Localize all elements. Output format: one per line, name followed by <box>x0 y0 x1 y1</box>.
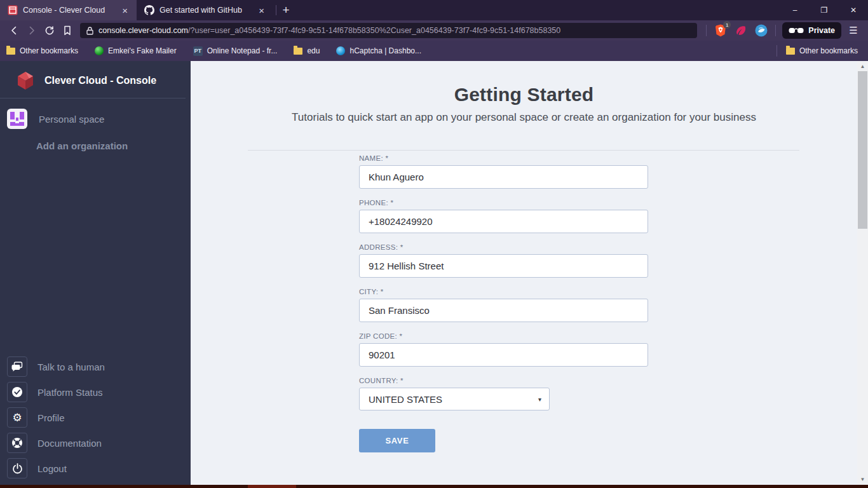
sidebar-item-label: Talk to a human <box>37 362 105 372</box>
chat-icon <box>7 356 27 377</box>
sidebar-footer: Talk to a human Platform Status ⚙ <box>0 356 191 484</box>
zip-field-group: ZIP CODE: * <box>359 332 648 367</box>
taskbar-highlight <box>248 485 296 488</box>
private-glasses-icon <box>789 27 804 34</box>
url-text: console.clever-cloud.com/?user=user_a045… <box>98 26 560 35</box>
pt-badge-icon: PT <box>193 46 203 56</box>
scroll-up-icon[interactable]: ▲ <box>857 62 868 71</box>
tab-close-icon[interactable]: × <box>119 5 130 16</box>
page-subtitle: Tutorials to quick start an app on your … <box>191 111 857 124</box>
brave-shields-button[interactable]: 1 <box>713 23 728 38</box>
phone-field-group: PHONE: * <box>359 199 648 233</box>
private-window-badge: Private <box>782 22 841 39</box>
back-arrow-icon <box>9 25 19 36</box>
close-button[interactable]: ✕ <box>839 0 868 20</box>
sidebar-item-label: Documentation <box>37 438 102 449</box>
extension-button[interactable] <box>754 23 769 38</box>
sidebar-item-profile[interactable]: ⚙ Profile <box>0 407 191 433</box>
save-button[interactable]: SAVE <box>359 429 435 452</box>
phone-label: PHONE: * <box>359 199 648 207</box>
sidebar-item-logout[interactable]: Logout <box>0 458 191 484</box>
folder-icon <box>6 48 15 55</box>
country-select[interactable]: UNITED STATES ▾ <box>359 388 550 410</box>
back-button[interactable] <box>5 22 23 39</box>
name-input[interactable] <box>359 165 648 189</box>
bookmark-label: Other bookmarks <box>20 46 78 55</box>
sidebar: Clever Cloud - Console Personal space Ad… <box>0 61 191 485</box>
clever-cloud-logo-icon <box>17 71 34 90</box>
reload-button[interactable] <box>41 22 58 39</box>
bookmark-hcaptcha[interactable]: hCaptcha | Dashbo... <box>336 46 421 55</box>
name-label: NAME: * <box>359 154 648 162</box>
docs-ring-icon <box>7 433 27 453</box>
bookmark-label: Online Notepad - fr... <box>207 46 278 55</box>
tab-strip: Console - Clever Cloud × Get started wit… <box>0 0 868 20</box>
phone-input[interactable] <box>359 210 648 233</box>
tab-clever-cloud[interactable]: Console - Clever Cloud × <box>0 0 137 20</box>
tab-close-icon[interactable]: × <box>256 5 267 16</box>
page-scrollbar[interactable]: ▲ ▼ <box>857 61 868 485</box>
bookmarks-separator <box>776 45 777 57</box>
scroll-down-icon[interactable]: ▼ <box>857 475 868 484</box>
new-tab-button[interactable]: + <box>276 0 295 20</box>
country-selected-value: UNITED STATES <box>369 394 442 405</box>
bookmark-emkei[interactable]: Emkei's Fake Mailer <box>95 46 177 55</box>
tab-github[interactable]: Get started with GitHub × <box>137 0 273 20</box>
folder-icon <box>294 48 302 55</box>
restore-button[interactable]: ❐ <box>810 0 839 20</box>
brave-rewards-button[interactable] <box>733 23 749 38</box>
rewards-leaf-icon <box>735 25 747 36</box>
blue-extension-icon <box>755 24 768 37</box>
profile-form: NAME: * PHONE: * ADDRESS: * CITY: * ZIP … <box>359 154 648 452</box>
status-check-icon <box>7 382 27 402</box>
private-label: Private <box>808 26 835 35</box>
bookmark-label: Other bookmarks <box>799 46 858 55</box>
forward-button[interactable] <box>23 22 41 39</box>
avatar-identicon <box>7 109 27 129</box>
globe-green-icon <box>95 46 104 55</box>
bookmark-ribbon-icon <box>63 25 72 36</box>
gear-icon: ⚙ <box>7 407 27 428</box>
zip-input[interactable] <box>359 343 648 367</box>
window-controls: – ❐ ✕ <box>780 0 868 20</box>
hcaptcha-icon <box>336 46 345 55</box>
tab-title: Get started with GitHub <box>159 6 251 15</box>
sidebar-header[interactable]: Clever Cloud - Console <box>0 61 191 98</box>
url-domain: console.clever-cloud.com <box>98 26 188 35</box>
sidebar-item-talk-to-a-human[interactable]: Talk to a human <box>0 356 191 382</box>
sidebar-item-label: Profile <box>37 412 65 423</box>
bookmark-edu[interactable]: edu <box>294 46 320 55</box>
folder-icon <box>786 48 795 55</box>
country-field-group: COUNTRY: * UNITED STATES ▾ <box>359 377 648 410</box>
sidebar-item-personal-space[interactable]: Personal space <box>0 98 191 129</box>
tab-title: Console - Clever Cloud <box>23 6 114 15</box>
main-panel: Getting Started Tutorials to quick start… <box>191 61 857 485</box>
page-content: Clever Cloud - Console Personal space Ad… <box>0 61 868 485</box>
power-icon <box>7 458 27 478</box>
gear-glyph: ⚙ <box>12 412 22 423</box>
sidebar-item-documentation[interactable]: Documentation <box>0 433 191 458</box>
bookmark-other-bookmarks[interactable]: Other bookmarks <box>6 46 78 55</box>
bookmarks-bar: Other bookmarks Emkei's Fake Mailer PT O… <box>0 41 868 61</box>
shields-count-badge: 1 <box>723 21 731 29</box>
city-label: CITY: * <box>359 288 648 295</box>
minimize-button[interactable]: – <box>780 0 810 20</box>
bookmark-online-notepad[interactable]: PT Online Notepad - fr... <box>193 46 278 56</box>
menu-button[interactable]: ☰ <box>844 25 863 36</box>
browser-toolbar: console.clever-cloud.com/?user=user_a045… <box>0 20 868 41</box>
bookmarks-button[interactable] <box>58 22 76 39</box>
bookmark-other-bookmarks-right[interactable]: Other bookmarks <box>786 46 858 55</box>
bookmark-label: edu <box>307 46 320 55</box>
sidebar-item-platform-status[interactable]: Platform Status <box>0 382 191 407</box>
city-input[interactable] <box>359 299 648 322</box>
sidebar-item-label: Logout <box>37 463 67 474</box>
url-path: /?user=user_a0456439-73f7-4fc9-9c51-14f6… <box>188 26 560 35</box>
address-input[interactable] <box>359 254 648 278</box>
forward-arrow-icon <box>27 25 37 36</box>
scrollbar-thumb[interactable] <box>858 71 867 229</box>
chevron-down-icon: ▾ <box>538 396 541 403</box>
address-bar[interactable]: console.clever-cloud.com/?user=user_a045… <box>80 23 697 38</box>
sidebar-item-label: Personal space <box>39 114 104 125</box>
sidebar-item-add-organization[interactable]: Add an organization <box>0 129 191 151</box>
page-title: Getting Started <box>191 84 857 105</box>
